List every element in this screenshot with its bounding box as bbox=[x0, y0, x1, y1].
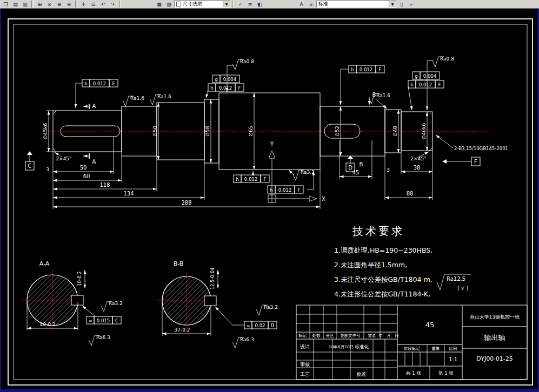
section-b-label: B-B bbox=[174, 260, 184, 267]
roughness-label: Ra0.8 bbox=[440, 56, 454, 62]
text-style-icon[interactable]: A bbox=[297, 1, 306, 8]
roughness-label: Ra12.5 bbox=[447, 276, 465, 282]
dia-label: ∅50 bbox=[152, 126, 158, 137]
roughness-label: Ra6.3 bbox=[240, 337, 254, 342]
gdt-symbol: h bbox=[84, 81, 87, 86]
surface-finish-marks: Ra0.8 Ra1.6 Ra1.6 Ra0.8 Ra1.6 Ra3.2 bbox=[123, 56, 454, 180]
layer-dropdown[interactable]: 尺寸线层 ▼ bbox=[174, 1, 230, 8]
gdt-value: 0.015 bbox=[97, 318, 110, 323]
dimension-lines bbox=[46, 93, 432, 209]
make-current-icon[interactable]: ✓ bbox=[236, 1, 245, 8]
gdt-datum: D bbox=[271, 323, 275, 328]
dia-label: ∅40k6 bbox=[421, 123, 427, 140]
toolbar-separator bbox=[75, 1, 77, 8]
drawing-number: DYJ00·01-25 bbox=[476, 355, 513, 362]
undo-icon[interactable]: ↶ bbox=[98, 1, 108, 8]
section-a-dim-bottom: 40-0.2 bbox=[39, 322, 55, 327]
style-dropdown-value: 标准 bbox=[318, 1, 389, 8]
dim-style-icon[interactable]: ⌀ bbox=[307, 1, 316, 8]
gdt-value: 0.012 bbox=[360, 67, 372, 72]
drawing-canvas[interactable]: 3 50 60 118 134 288 45 3 38 88 ∅45k6 ∅50… bbox=[0, 0, 539, 392]
rev-header: 分区 bbox=[326, 333, 335, 338]
layers-icon[interactable]: ▦ bbox=[155, 1, 164, 8]
datum-f: F bbox=[474, 159, 477, 165]
open-icon[interactable]: ❒ bbox=[1, 1, 10, 8]
tech-req-item: 1.调质处理,HB=190~230HBS, bbox=[334, 246, 432, 254]
gdt-value: 0.012 bbox=[419, 82, 432, 87]
gdt-symbol: = bbox=[246, 323, 250, 328]
dim-288: 288 bbox=[181, 200, 191, 206]
dim-45: 45 bbox=[352, 170, 360, 175]
dim-38: 38 bbox=[414, 165, 421, 171]
datum-d: D bbox=[348, 165, 352, 171]
toolbar-separator bbox=[31, 1, 34, 8]
section-b-dim-bottom: 37-0.2 bbox=[174, 327, 190, 333]
plot-icon[interactable]: ▥ bbox=[21, 1, 30, 8]
dia-label: ∅45k6 bbox=[43, 123, 48, 140]
gdt-symbol: h bbox=[210, 85, 213, 91]
zoom-window-icon[interactable]: ⊞ bbox=[35, 1, 44, 8]
roughness-label: Ra1.6 bbox=[157, 94, 171, 99]
section-b: B-B 37-0.2 12.5-0.04 Ra3.2 Ra6.3 = 0.02 … bbox=[162, 260, 278, 348]
section-cut-a: A bbox=[92, 103, 96, 109]
gdt-value: 0.004 bbox=[223, 77, 236, 82]
roughness-label: Ra0.8 bbox=[240, 59, 254, 64]
sheet-number: 第 1 张 bbox=[438, 370, 454, 376]
layer-color-swatch bbox=[176, 2, 181, 6]
more-icon[interactable]: » bbox=[407, 1, 416, 8]
section-a-label: A-A bbox=[39, 260, 50, 267]
color-control-icon[interactable]: ◧ bbox=[255, 1, 264, 8]
zoom-out-icon[interactable]: ⊖ bbox=[64, 1, 74, 8]
role-standard: 标准化 bbox=[355, 344, 369, 349]
pan-icon[interactable]: ✛ bbox=[79, 1, 88, 8]
chevron-down-icon[interactable]: ▼ bbox=[223, 1, 230, 7]
dia-label: ∅48 bbox=[392, 126, 398, 137]
scale-label: 比例 bbox=[449, 346, 457, 351]
section-cut-a: A bbox=[92, 159, 96, 165]
ucs-y-label: Y bbox=[270, 141, 274, 147]
dim-60: 60 bbox=[83, 173, 90, 179]
zoom-in-icon[interactable]: ⊕ bbox=[55, 1, 64, 8]
zoom-dynamic-icon[interactable]: ⊙ bbox=[45, 1, 54, 8]
toolbar-spacer bbox=[123, 4, 154, 4]
roughness-label: Ra3.2 bbox=[301, 170, 315, 175]
window-edge-bottom bbox=[0, 389, 539, 392]
tech-req-title: 技术要求 bbox=[352, 225, 404, 238]
redo-icon[interactable]: ↷ bbox=[108, 1, 117, 8]
gdt-symbol: h bbox=[270, 187, 272, 193]
zoom-extents-icon[interactable]: ⊡ bbox=[89, 1, 98, 8]
chevron-down-icon[interactable]: ▼ bbox=[389, 1, 396, 7]
other-surfaces-note: Ra12.5 ( √ ) bbox=[437, 274, 471, 291]
tech-req-item: 4.未注形位公差按GB/T1184-K, bbox=[334, 290, 430, 298]
scale-value: 1:1 bbox=[449, 356, 457, 362]
tolerance-frame: h 0.012 F bbox=[206, 84, 244, 98]
toolbar-separator bbox=[119, 1, 121, 8]
gdt-value: 0.012 bbox=[93, 81, 106, 86]
table-style-icon[interactable]: ▯ bbox=[397, 1, 406, 8]
roughness-label: Ra3.2 bbox=[109, 301, 123, 306]
rev-header: 标记 bbox=[298, 333, 308, 338]
dim-88: 88 bbox=[407, 191, 414, 197]
stage-label: 阶段标记 bbox=[404, 346, 421, 351]
toolbar-spacer bbox=[265, 4, 296, 4]
match-properties-icon[interactable]: ≡ bbox=[245, 1, 255, 8]
rev-header: 年、月、日 bbox=[378, 333, 399, 338]
drawing-border bbox=[8, 19, 533, 385]
toolbar: ❒ ▤ ▥ ⊞ ⊙ ⊕ ⊖ ✛ ⊡ ↶ ↷ ▦ ▧ 尺寸线层 ▼ ✓ ≡ ◧ A… bbox=[0, 0, 539, 9]
toolbar-separator bbox=[232, 1, 234, 8]
organization-name: 燕山大学13级机控一班 bbox=[470, 314, 520, 320]
roughness-label: Ra1.6 bbox=[376, 93, 390, 98]
layout-icon[interactable]: ▤ bbox=[11, 1, 20, 8]
dim-3-right: 3 bbox=[387, 167, 390, 173]
style-dropdown[interactable]: 标准 ▼ bbox=[316, 1, 396, 8]
role-process: 工艺 bbox=[300, 371, 310, 377]
datum-c: C bbox=[28, 163, 32, 169]
layer-dropdown-value: 尺寸线层 bbox=[183, 1, 223, 8]
dia-label: ∅52 bbox=[335, 126, 340, 136]
layer-states-icon[interactable]: ▧ bbox=[164, 1, 174, 8]
gdt-datum: F bbox=[264, 177, 267, 182]
gdt-symbol: h bbox=[236, 177, 238, 182]
chamfer-note-right: 2×45° bbox=[410, 156, 426, 161]
section-a-dim-side: 10-0.2 bbox=[77, 271, 82, 286]
gdt-value: 0.02 bbox=[255, 323, 265, 328]
